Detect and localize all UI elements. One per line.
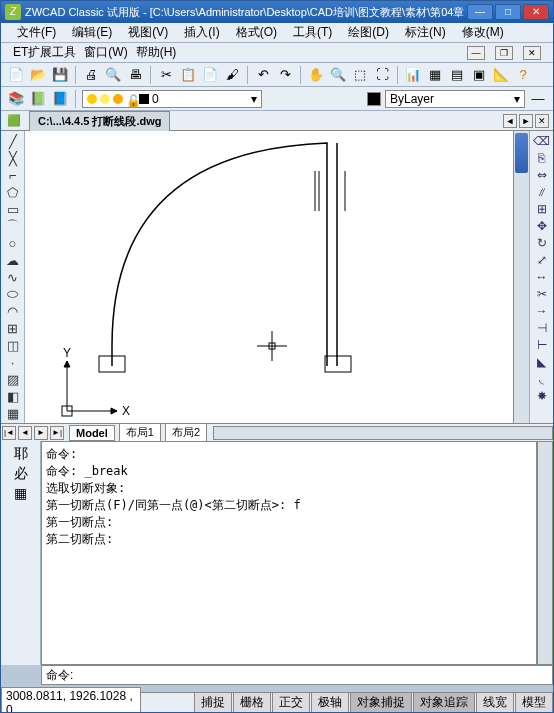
layout1-tab[interactable]: 布局1 (119, 423, 161, 442)
horizontal-scrollbar[interactable] (213, 426, 553, 440)
tab-next-button[interactable]: ► (519, 114, 533, 128)
pan-icon[interactable]: ✋ (307, 66, 325, 84)
menu-window[interactable]: 窗口(W) (84, 44, 127, 61)
drawing-canvas[interactable]: X Y (25, 131, 529, 423)
zoomext-icon[interactable]: ⛶ (373, 66, 391, 84)
menu-dim[interactable]: 标注(N) (401, 22, 450, 43)
redo-icon[interactable]: ↷ (276, 66, 294, 84)
mdi-restore-button[interactable]: ❐ (495, 46, 513, 60)
explode-icon[interactable]: ✸ (533, 388, 551, 404)
lwt-button[interactable]: 线宽 (476, 692, 514, 713)
command-scrollbar[interactable] (537, 441, 553, 665)
ellipse-icon[interactable]: ⬭ (4, 286, 22, 302)
ortho-button[interactable]: 正交 (272, 692, 310, 713)
command-input[interactable] (77, 668, 552, 682)
document-tab[interactable]: C:\...\4.4.5 打断线段.dwg (29, 111, 170, 131)
extend-icon[interactable]: → (533, 303, 551, 319)
table-icon[interactable]: ▦ (4, 405, 22, 421)
layerstate-icon[interactable]: 📘 (51, 90, 69, 108)
tab-prev-button[interactable]: ◄ (503, 114, 517, 128)
grid-button[interactable]: 栅格 (233, 692, 271, 713)
dim-icon[interactable]: 📐 (492, 66, 510, 84)
fillet-icon[interactable]: ◟ (533, 371, 551, 387)
copy-icon[interactable]: 📋 (179, 66, 197, 84)
paste-icon[interactable]: 📄 (201, 66, 219, 84)
xline-icon[interactable]: ╳ (4, 150, 22, 166)
save-icon[interactable]: 💾 (51, 66, 69, 84)
pline-icon[interactable]: ⌐ (4, 167, 22, 183)
menu-format[interactable]: 格式(O) (232, 22, 281, 43)
help-icon[interactable]: ? (514, 66, 532, 84)
vertical-scrollbar[interactable] (513, 131, 529, 423)
menu-tools[interactable]: 工具(T) (289, 22, 336, 43)
sheet-icon[interactable]: ▤ (448, 66, 466, 84)
undo-icon[interactable]: ↶ (254, 66, 272, 84)
menu-view[interactable]: 视图(V) (124, 22, 172, 43)
osnap-button[interactable]: 对象捕捉 (350, 692, 412, 713)
line-icon[interactable]: ╱ (4, 133, 22, 149)
mirror-icon[interactable]: ⇔ (533, 167, 551, 183)
layout2-tab[interactable]: 布局2 (165, 423, 207, 442)
circle-icon[interactable]: ○ (4, 235, 22, 251)
close-button[interactable]: ✕ (523, 4, 549, 20)
rect-icon[interactable]: ▭ (4, 201, 22, 217)
matchprop-icon[interactable]: 🖌 (223, 66, 241, 84)
snap-button[interactable]: 捕捉 (194, 692, 232, 713)
layerprev-icon[interactable]: 📗 (29, 90, 47, 108)
layermgr-icon[interactable]: 📚 (7, 90, 25, 108)
minimize-button[interactable]: — (467, 4, 493, 20)
polar-button[interactable]: 极轴 (311, 692, 349, 713)
cut-icon[interactable]: ✂ (157, 66, 175, 84)
command-history[interactable]: 命令: 命令: _break 选取切断对象: 第一切断点(F)/同第一点(@)<… (41, 441, 537, 665)
color-box[interactable] (367, 92, 381, 106)
menu-help[interactable]: 帮助(H) (136, 44, 177, 61)
preview-icon[interactable]: 🔍 (104, 66, 122, 84)
revcloud-icon[interactable]: ☁ (4, 252, 22, 268)
chamfer-icon[interactable]: ◣ (533, 354, 551, 370)
bylayer-dropdown[interactable]: ByLayer ▾ (385, 90, 525, 108)
break-icon[interactable]: ⊣ (533, 320, 551, 336)
polygon-icon[interactable]: ⬠ (4, 184, 22, 200)
new-icon[interactable]: 📄 (7, 66, 25, 84)
point-icon[interactable]: · (4, 354, 22, 370)
zoom-icon[interactable]: 🔍 (329, 66, 347, 84)
props-icon[interactable]: 📊 (404, 66, 422, 84)
otrack-button[interactable]: 对象追踪 (413, 692, 475, 713)
tab-prev-button[interactable]: ◄ (18, 426, 32, 440)
mdi-close-button[interactable]: ✕ (523, 46, 541, 60)
plot-icon[interactable]: 🖶 (126, 66, 144, 84)
menu-insert[interactable]: 插入(I) (180, 22, 223, 43)
tab-last-button[interactable]: ►| (50, 426, 64, 440)
zoomwin-icon[interactable]: ⬚ (351, 66, 369, 84)
stretch-icon[interactable]: ↔ (533, 269, 551, 285)
array-icon[interactable]: ⊞ (533, 201, 551, 217)
linetype-icon[interactable]: — (529, 90, 547, 108)
ellarc-icon[interactable]: ◠ (4, 303, 22, 319)
toolpal-icon[interactable]: ▦ (426, 66, 444, 84)
menu-modify[interactable]: 修改(M) (458, 22, 508, 43)
erase-icon[interactable]: ⌫ (533, 133, 551, 149)
trim-icon[interactable]: ✂ (533, 286, 551, 302)
cmd-tool1-icon[interactable]: 耶 (12, 445, 30, 463)
arc-icon[interactable]: ⌒ (4, 218, 22, 234)
menu-file[interactable]: 文件(F) (13, 22, 60, 43)
spline-icon[interactable]: ∿ (4, 269, 22, 285)
layer-dropdown[interactable]: 🔓 0 ▾ (82, 90, 262, 108)
cmd-tool2-icon[interactable]: 必 (12, 465, 30, 483)
mdi-minimize-button[interactable]: — (467, 46, 485, 60)
cmd-tool3-icon[interactable]: ▦ (12, 485, 30, 503)
menu-draw[interactable]: 绘图(D) (344, 22, 393, 43)
block-icon[interactable]: ◫ (4, 337, 22, 353)
maximize-button[interactable]: □ (495, 4, 521, 20)
tab-close-button[interactable]: ✕ (535, 114, 549, 128)
print-icon[interactable]: 🖨 (82, 66, 100, 84)
calc-icon[interactable]: ▣ (470, 66, 488, 84)
copy2-icon[interactable]: ⎘ (533, 150, 551, 166)
hatch-icon[interactable]: ▨ (4, 371, 22, 387)
open-icon[interactable]: 📂 (29, 66, 47, 84)
model-tab[interactable]: Model (69, 425, 115, 441)
scale-icon[interactable]: ⤢ (533, 252, 551, 268)
join-icon[interactable]: ⊢ (533, 337, 551, 353)
insert-icon[interactable]: ⊞ (4, 320, 22, 336)
offset-icon[interactable]: ⫽ (533, 184, 551, 200)
